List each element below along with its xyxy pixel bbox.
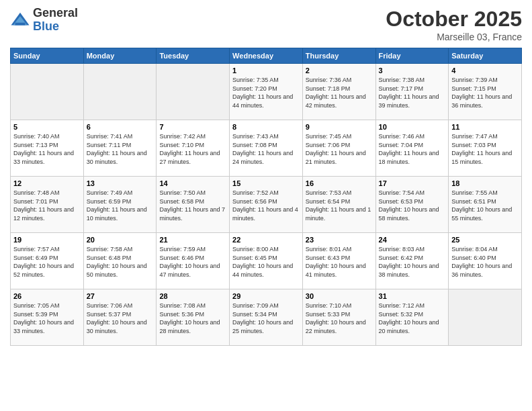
logo: General Blue [10, 7, 78, 34]
calendar-cell: 18Sunrise: 7:55 AM Sunset: 6:51 PM Dayli… [449, 177, 522, 233]
calendar-cell [83, 64, 157, 120]
col-thursday: Thursday [302, 48, 375, 64]
day-info: Sunrise: 7:46 AM Sunset: 7:04 PM Dayligh… [379, 132, 446, 166]
calendar-week-row: 19Sunrise: 7:57 AM Sunset: 6:49 PM Dayli… [11, 233, 522, 289]
calendar-cell [11, 64, 84, 120]
col-saturday: Saturday [449, 48, 522, 64]
calendar-cell: 21Sunrise: 7:59 AM Sunset: 6:46 PM Dayli… [157, 233, 230, 289]
day-info: Sunrise: 7:42 AM Sunset: 7:10 PM Dayligh… [159, 132, 226, 166]
calendar-cell: 25Sunrise: 8:04 AM Sunset: 6:40 PM Dayli… [449, 233, 522, 289]
day-number: 25 [451, 236, 519, 244]
col-wednesday: Wednesday [230, 48, 303, 64]
calendar-cell: 27Sunrise: 7:06 AM Sunset: 5:37 PM Dayli… [83, 289, 157, 346]
main-title: October 2025 [386, 7, 522, 32]
calendar-cell: 17Sunrise: 7:54 AM Sunset: 6:53 PM Dayli… [375, 177, 449, 233]
logo-general-label: General [33, 7, 78, 20]
calendar-header-row: Sunday Monday Tuesday Wednesday Thursday… [11, 48, 522, 64]
day-number: 18 [451, 179, 519, 187]
day-info: Sunrise: 7:53 AM Sunset: 6:54 PM Dayligh… [306, 189, 373, 222]
day-number: 29 [232, 292, 300, 300]
day-number: 8 [232, 123, 300, 131]
day-number: 10 [379, 123, 446, 131]
day-info: Sunrise: 7:43 AM Sunset: 7:08 PM Dayligh… [232, 132, 300, 166]
calendar-week-row: 12Sunrise: 7:48 AM Sunset: 7:01 PM Dayli… [11, 177, 522, 233]
calendar-cell: 16Sunrise: 7:53 AM Sunset: 6:54 PM Dayli… [302, 177, 375, 233]
calendar-cell: 4Sunrise: 7:39 AM Sunset: 7:15 PM Daylig… [449, 64, 522, 120]
day-info: Sunrise: 8:01 AM Sunset: 6:43 PM Dayligh… [306, 245, 373, 279]
day-info: Sunrise: 7:52 AM Sunset: 6:56 PM Dayligh… [232, 189, 300, 222]
day-number: 3 [379, 66, 446, 75]
calendar-cell: 8Sunrise: 7:43 AM Sunset: 7:08 PM Daylig… [230, 120, 303, 177]
day-info: Sunrise: 7:10 AM Sunset: 5:33 PM Dayligh… [306, 302, 373, 335]
day-info: Sunrise: 7:09 AM Sunset: 5:34 PM Dayligh… [232, 302, 300, 335]
day-info: Sunrise: 8:03 AM Sunset: 6:42 PM Dayligh… [379, 245, 446, 279]
day-number: 20 [87, 236, 154, 244]
day-number: 27 [87, 292, 154, 300]
subtitle: Marseille 03, France [386, 32, 522, 42]
calendar-cell: 10Sunrise: 7:46 AM Sunset: 7:04 PM Dayli… [375, 120, 449, 177]
calendar-cell: 26Sunrise: 7:05 AM Sunset: 5:39 PM Dayli… [11, 289, 84, 346]
calendar: Sunday Monday Tuesday Wednesday Thursday… [10, 48, 522, 346]
day-info: Sunrise: 7:06 AM Sunset: 5:37 PM Dayligh… [87, 302, 154, 335]
calendar-cell: 15Sunrise: 7:52 AM Sunset: 6:56 PM Dayli… [230, 177, 303, 233]
col-tuesday: Tuesday [157, 48, 230, 64]
calendar-week-row: 1Sunrise: 7:35 AM Sunset: 7:20 PM Daylig… [11, 64, 522, 120]
calendar-cell [449, 289, 522, 346]
day-number: 24 [379, 236, 446, 244]
calendar-cell: 7Sunrise: 7:42 AM Sunset: 7:10 PM Daylig… [157, 120, 230, 177]
calendar-week-row: 5Sunrise: 7:40 AM Sunset: 7:13 PM Daylig… [11, 120, 522, 177]
calendar-cell: 29Sunrise: 7:09 AM Sunset: 5:34 PM Dayli… [230, 289, 303, 346]
day-info: Sunrise: 8:00 AM Sunset: 6:45 PM Dayligh… [232, 245, 300, 279]
day-number: 23 [306, 236, 373, 244]
day-info: Sunrise: 7:05 AM Sunset: 5:39 PM Dayligh… [13, 302, 81, 335]
day-number: 4 [451, 66, 519, 75]
day-number: 14 [159, 179, 226, 187]
calendar-week-row: 26Sunrise: 7:05 AM Sunset: 5:39 PM Dayli… [11, 289, 522, 346]
day-info: Sunrise: 7:12 AM Sunset: 5:32 PM Dayligh… [379, 302, 446, 335]
day-number: 28 [159, 292, 226, 300]
day-number: 12 [13, 179, 81, 187]
title-block: October 2025 Marseille 03, France [386, 7, 522, 42]
day-info: Sunrise: 7:57 AM Sunset: 6:49 PM Dayligh… [13, 245, 81, 279]
calendar-cell: 11Sunrise: 7:47 AM Sunset: 7:03 PM Dayli… [449, 120, 522, 177]
day-number: 6 [87, 123, 154, 131]
calendar-cell: 6Sunrise: 7:41 AM Sunset: 7:11 PM Daylig… [83, 120, 157, 177]
day-number: 7 [159, 123, 226, 131]
col-monday: Monday [83, 48, 157, 64]
day-info: Sunrise: 7:35 AM Sunset: 7:20 PM Dayligh… [232, 76, 300, 109]
day-info: Sunrise: 7:59 AM Sunset: 6:46 PM Dayligh… [159, 245, 226, 279]
calendar-cell: 3Sunrise: 7:38 AM Sunset: 7:17 PM Daylig… [375, 64, 449, 120]
day-info: Sunrise: 8:04 AM Sunset: 6:40 PM Dayligh… [451, 245, 519, 279]
col-friday: Friday [375, 48, 449, 64]
calendar-cell: 2Sunrise: 7:36 AM Sunset: 7:18 PM Daylig… [302, 64, 375, 120]
calendar-cell: 5Sunrise: 7:40 AM Sunset: 7:13 PM Daylig… [11, 120, 84, 177]
day-number: 22 [232, 236, 300, 244]
logo-blue-label: Blue [33, 20, 78, 34]
calendar-cell [157, 64, 230, 120]
calendar-cell: 1Sunrise: 7:35 AM Sunset: 7:20 PM Daylig… [230, 64, 303, 120]
day-info: Sunrise: 7:38 AM Sunset: 7:17 PM Dayligh… [379, 76, 446, 109]
calendar-cell: 23Sunrise: 8:01 AM Sunset: 6:43 PM Dayli… [302, 233, 375, 289]
day-info: Sunrise: 7:48 AM Sunset: 7:01 PM Dayligh… [13, 189, 81, 222]
day-info: Sunrise: 7:36 AM Sunset: 7:18 PM Dayligh… [306, 76, 373, 109]
day-info: Sunrise: 7:47 AM Sunset: 7:03 PM Dayligh… [451, 132, 519, 166]
col-sunday: Sunday [11, 48, 84, 64]
header: General Blue October 2025 Marseille 03, … [10, 7, 522, 42]
day-number: 16 [306, 179, 373, 187]
calendar-cell: 14Sunrise: 7:50 AM Sunset: 6:58 PM Dayli… [157, 177, 230, 233]
day-info: Sunrise: 7:55 AM Sunset: 6:51 PM Dayligh… [451, 189, 519, 222]
day-number: 5 [13, 123, 81, 131]
calendar-cell: 31Sunrise: 7:12 AM Sunset: 5:32 PM Dayli… [375, 289, 449, 346]
calendar-cell: 22Sunrise: 8:00 AM Sunset: 6:45 PM Dayli… [230, 233, 303, 289]
day-number: 31 [379, 292, 446, 300]
day-info: Sunrise: 7:39 AM Sunset: 7:15 PM Dayligh… [451, 76, 519, 109]
day-info: Sunrise: 7:41 AM Sunset: 7:11 PM Dayligh… [87, 132, 154, 166]
day-number: 19 [13, 236, 81, 244]
day-number: 9 [306, 123, 373, 131]
calendar-cell: 30Sunrise: 7:10 AM Sunset: 5:33 PM Dayli… [302, 289, 375, 346]
calendar-cell: 9Sunrise: 7:45 AM Sunset: 7:06 PM Daylig… [302, 120, 375, 177]
day-number: 26 [13, 292, 81, 300]
day-number: 30 [306, 292, 373, 300]
day-info: Sunrise: 7:49 AM Sunset: 6:59 PM Dayligh… [87, 189, 154, 222]
day-number: 11 [451, 123, 519, 131]
